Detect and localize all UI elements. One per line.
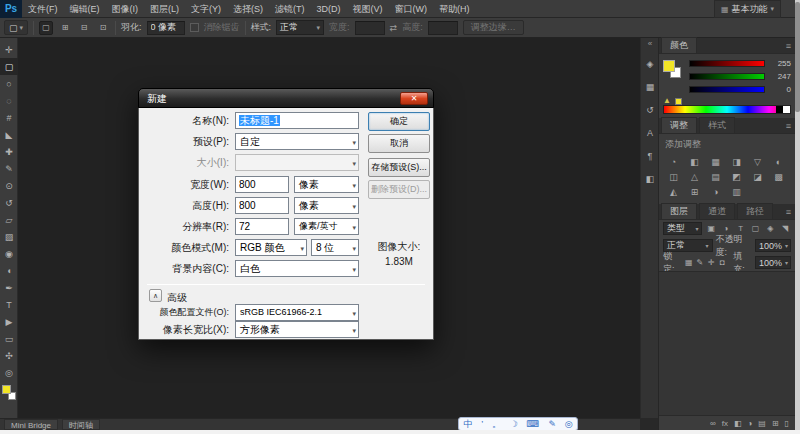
workspace-switcher[interactable]: ▦ 基本功能 ▾ — [714, 0, 781, 18]
paragraph-panel-icon[interactable]: ¶ — [641, 147, 659, 165]
path-selection-tool-icon[interactable]: ▶ — [0, 313, 18, 330]
menu-window[interactable]: 窗口(W) — [389, 0, 434, 18]
adjustment-icon[interactable]: ▦ — [705, 154, 726, 169]
adjustment-icon[interactable]: ◧ — [684, 154, 705, 169]
character-panel-icon[interactable]: A — [641, 124, 659, 142]
black-white-swatches[interactable] — [776, 106, 790, 113]
blue-slider[interactable] — [689, 86, 765, 93]
layer-style-icon[interactable]: fx — [722, 419, 728, 428]
vertical-scrollbar[interactable] — [795, 0, 800, 430]
red-slider[interactable] — [689, 60, 765, 67]
type-tool-icon[interactable]: T — [0, 296, 18, 313]
tab-styles[interactable]: 样式 — [699, 117, 735, 133]
adjustment-icon[interactable]: ◪ — [747, 169, 768, 184]
dialog-close-button[interactable]: ✕ — [400, 92, 428, 105]
filter-smart-objects-icon[interactable]: ◈ — [764, 224, 776, 233]
refine-edge-button[interactable]: 调整边缘… — [463, 20, 524, 35]
ime-search-icon[interactable]: ◎ — [565, 418, 573, 430]
tab-adjustments[interactable]: 调整 — [661, 117, 697, 133]
new-layer-icon[interactable]: ⊞ — [772, 419, 779, 428]
menu-edit[interactable]: 编辑(E) — [64, 0, 106, 18]
adjustment-icon[interactable]: ▥ — [726, 184, 747, 199]
selection-subtract-icon[interactable]: ⊟ — [77, 21, 91, 35]
menu-filter[interactable]: 滤镜(T) — [269, 0, 311, 18]
panel-menu-icon[interactable]: ≡ — [786, 121, 791, 131]
dialog-titlebar[interactable]: 新建 ✕ — [138, 88, 434, 108]
history-panel-icon[interactable]: ↺ — [641, 101, 659, 119]
pixel-aspect-dropdown[interactable]: 方形像素 ▾ — [235, 321, 359, 338]
timeline-button[interactable]: 时间轴 — [62, 419, 100, 430]
adjustment-icon[interactable]: ▤ — [705, 169, 726, 184]
eyedropper-tool-icon[interactable]: ◣ — [0, 126, 18, 143]
lock-transparency-icon[interactable]: ▦ — [685, 258, 693, 267]
opacity-dropdown[interactable]: 100% ▾ — [755, 239, 791, 252]
adjustment-icon[interactable]: ⊞ — [684, 184, 705, 199]
adjustment-icon[interactable]: ◭ — [663, 184, 684, 199]
history-brush-tool-icon[interactable]: ↺ — [0, 194, 18, 211]
advanced-toggle-button[interactable]: ∧ — [149, 289, 162, 302]
menu-image[interactable]: 图像(I) — [106, 0, 145, 18]
clone-stamp-tool-icon[interactable]: ⊙ — [0, 177, 18, 194]
resolution-input[interactable] — [235, 218, 289, 235]
adjustment-icon[interactable]: ◨ — [726, 154, 747, 169]
rectangular-marquee-tool-icon[interactable]: ▢ — [0, 58, 18, 75]
healing-brush-tool-icon[interactable]: ✚ — [0, 143, 18, 160]
lock-position-icon[interactable]: ✛ — [707, 258, 715, 267]
histogram-panel-icon[interactable]: ▦ — [641, 78, 659, 96]
ime-punctuation-icon[interactable]: ’ — [481, 418, 483, 430]
adjustment-icon[interactable]: ◫ — [663, 169, 684, 184]
eraser-tool-icon[interactable]: ▱ — [0, 211, 18, 228]
link-layers-icon[interactable]: ∞ — [710, 419, 716, 428]
cancel-button[interactable]: 取消 — [368, 134, 430, 153]
layer-mask-icon[interactable]: ◧ — [734, 419, 742, 428]
adjustment-icon[interactable]: ◩ — [726, 169, 747, 184]
layer-list[interactable] — [659, 271, 795, 416]
gamut-color-swatch[interactable] — [675, 98, 682, 105]
zoom-tool-icon[interactable]: ◎ — [0, 364, 18, 381]
antialias-checkbox[interactable] — [190, 23, 199, 32]
adjustment-icon[interactable]: ◐ — [768, 154, 789, 169]
width-input[interactable] — [355, 21, 385, 35]
shape-tool-icon[interactable]: ▭ — [0, 330, 18, 347]
swap-dimensions-icon[interactable]: ⇄ — [390, 23, 398, 33]
style-dropdown[interactable]: 正常 ▾ — [276, 20, 324, 35]
background-contents-dropdown[interactable]: 白色 ▾ — [235, 260, 359, 277]
crop-tool-icon[interactable]: # — [0, 109, 18, 126]
menu-select[interactable]: 选择(S) — [227, 0, 269, 18]
ime-fullwidth-icon[interactable]: 。 — [492, 418, 501, 430]
menu-layer[interactable]: 图层(L) — [144, 0, 185, 18]
adjustment-icon[interactable]: ◑ — [705, 184, 726, 199]
menu-help[interactable]: 帮助(H) — [433, 0, 476, 18]
bit-depth-dropdown[interactable]: 8 位 ▾ — [311, 239, 359, 256]
lasso-tool-icon[interactable]: ○ — [0, 75, 18, 92]
name-input[interactable]: 未标题-1 — [235, 112, 359, 129]
expand-panels-icon[interactable]: « — [641, 38, 659, 50]
foreground-color-swatch[interactable] — [2, 385, 11, 394]
info-panel-icon[interactable]: ◈ — [641, 55, 659, 73]
tab-paths[interactable]: 路径 — [737, 203, 773, 219]
gradient-tool-icon[interactable]: ▨ — [0, 228, 18, 245]
tool-preset-dropdown[interactable]: ▢ ▾ — [4, 20, 28, 35]
color-mode-dropdown[interactable]: RGB 颜色 ▾ — [235, 239, 307, 256]
delete-layer-icon[interactable]: ▯ — [785, 419, 789, 428]
scrollbar-thumb[interactable] — [795, 2, 800, 112]
lock-all-icon[interactable]: ◘ — [718, 258, 726, 267]
filter-toggle-icon[interactable]: ◥ — [779, 224, 791, 233]
save-preset-button[interactable]: 存储预设(S)... — [368, 158, 430, 177]
adjustment-icon[interactable]: ◔ — [663, 154, 684, 169]
width-unit-dropdown[interactable]: 像素 ▾ — [294, 176, 359, 193]
foreground-color-swatch[interactable] — [663, 60, 675, 72]
hand-tool-icon[interactable]: ✣ — [0, 347, 18, 364]
dodge-tool-icon[interactable]: ◖ — [0, 262, 18, 279]
blur-tool-icon[interactable]: ◉ — [0, 245, 18, 262]
height-unit-dropdown[interactable]: 像素 ▾ — [294, 197, 359, 214]
height-input[interactable] — [428, 21, 458, 35]
tab-layers[interactable]: 图层 — [661, 203, 697, 219]
panel-menu-icon[interactable]: ≡ — [786, 207, 791, 217]
width-input[interactable] — [235, 176, 289, 193]
pen-tool-icon[interactable]: ✒ — [0, 279, 18, 296]
color-spectrum-ramp[interactable] — [663, 105, 791, 114]
adjustment-icon[interactable]: △ — [684, 169, 705, 184]
height-input[interactable] — [235, 197, 289, 214]
tab-color[interactable]: 颜色 — [661, 37, 697, 53]
